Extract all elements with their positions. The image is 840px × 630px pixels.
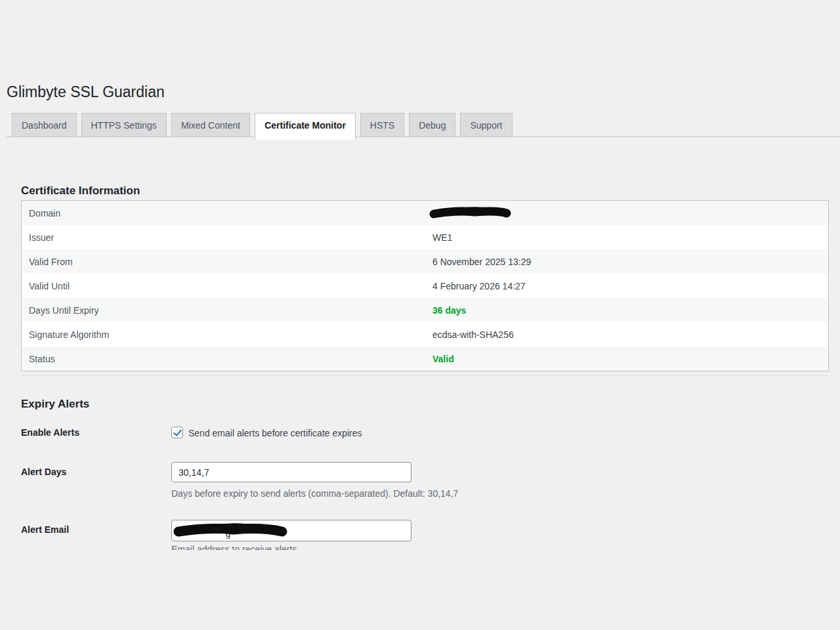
enable-alerts-checkbox-label[interactable]: Send email alerts before certificate exp… <box>188 428 362 438</box>
alert-email-input[interactable] <box>171 520 411 541</box>
enable-alerts-checkbox[interactable] <box>171 427 183 438</box>
row-value: 6 November 2025 13:29 <box>432 257 531 267</box>
row-label: Status <box>22 354 432 364</box>
alert-email-label: Alert Email <box>21 524 69 535</box>
tab-hsts[interactable]: HSTS <box>360 113 404 137</box>
row-label: Valid From <box>22 257 432 267</box>
alert-days-label: Alert Days <box>21 467 66 477</box>
table-row-domain: Domain <box>22 201 828 225</box>
alert-email-help-text: Email address to receive alerts <box>171 543 297 550</box>
row-value: ecdsa-with-SHA256 <box>432 329 514 340</box>
row-label: Domain <box>22 208 432 219</box>
tab-debug[interactable]: Debug <box>409 113 455 137</box>
row-label: Signature Algorithm <box>22 329 432 340</box>
tab-bar: Dashboard HTTPS Settings Mixed Content C… <box>12 113 517 140</box>
alert-days-input[interactable] <box>171 462 411 482</box>
table-row-signature-algorithm: Signature Algorithm ecdsa-with-SHA256 <box>22 322 828 346</box>
content-area: Glimbyte SSL Guardian Dashboard HTTPS Se… <box>0 0 840 550</box>
tab-dashboard[interactable]: Dashboard <box>12 113 77 137</box>
table-row-days-until-expiry: Days Until Expiry 36 days <box>22 298 828 322</box>
alert-days-help-text: Days before expiry to send alerts (comma… <box>171 488 458 501</box>
certificate-info-table: Domain Issuer WE1 Valid From 6 November … <box>21 200 829 371</box>
enable-alerts-label: Enable Alerts <box>21 427 79 438</box>
row-label: Days Until Expiry <box>22 305 432 316</box>
table-row-valid-until: Valid Until 4 February 2026 14:27 <box>22 274 828 298</box>
page-title: Glimbyte SSL Guardian <box>7 83 165 102</box>
status-value: Valid <box>432 354 454 364</box>
tab-https-settings[interactable]: HTTPS Settings <box>81 113 167 137</box>
table-row-issuer: Issuer WE1 <box>22 225 828 249</box>
tab-certificate-monitor[interactable]: Certificate Monitor <box>255 113 356 140</box>
section-divider <box>21 375 829 376</box>
row-value: WE1 <box>432 232 452 243</box>
table-row-valid-from: Valid From 6 November 2025 13:29 <box>22 249 828 274</box>
tab-mixed-content[interactable]: Mixed Content <box>171 113 250 137</box>
expiry-alerts-heading: Expiry Alerts <box>21 398 89 411</box>
partially-visible-character: g <box>226 529 230 539</box>
row-label: Valid Until <box>22 281 432 291</box>
days-until-expiry-value: 36 days <box>432 305 466 316</box>
row-value: 4 February 2026 14:27 <box>432 281 526 291</box>
plugin-settings-page: Glimbyte SSL Guardian Dashboard HTTPS Se… <box>0 0 840 630</box>
certificate-information-heading: Certificate Information <box>21 184 140 198</box>
table-row-status: Status Valid <box>22 346 828 371</box>
tab-support[interactable]: Support <box>460 113 512 137</box>
row-label: Issuer <box>22 232 432 243</box>
